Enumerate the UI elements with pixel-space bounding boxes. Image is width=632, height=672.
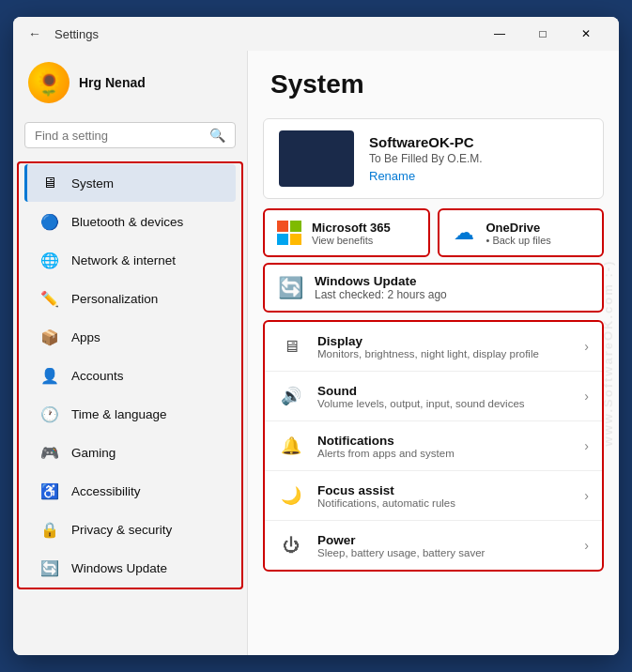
settings-window: ← Settings — □ ✕ 🌻 Hrg Nenad 🔍 � <box>13 17 619 655</box>
sidebar-item-privacy[interactable]: 🔒 Privacy & security <box>24 511 236 548</box>
sidebar-item-apps[interactable]: 📦 Apps <box>24 318 236 356</box>
display-icon: 🖥 <box>278 333 304 359</box>
sidebar-item-apps-label: Apps <box>71 330 100 344</box>
page-title: System <box>270 69 596 99</box>
avatar: 🌻 <box>28 62 69 103</box>
focus-icon: 🌙 <box>278 482 304 509</box>
rename-link[interactable]: Rename <box>369 169 588 183</box>
search-icon: 🔍 <box>209 128 225 143</box>
svg-rect-2 <box>277 234 288 245</box>
notifications-icon: 🔔 <box>278 433 304 459</box>
windows-update-icon: 🔄 <box>39 557 60 578</box>
sidebar-item-bluetooth[interactable]: 🔵 Bluetooth & devices <box>24 203 236 240</box>
onedrive-info: OneDrive • Back up files <box>486 221 551 246</box>
time-icon: 🕐 <box>39 404 60 424</box>
update-title: Windows Update <box>315 274 447 288</box>
sidebar-item-privacy-label: Privacy & security <box>71 523 172 537</box>
accounts-icon: 👤 <box>39 365 60 386</box>
onedrive-icon: ☁ <box>451 220 477 246</box>
power-desc: Sleep, battery usage, battery saver <box>317 547 571 558</box>
privacy-icon: 🔒 <box>39 519 60 540</box>
minimize-button[interactable]: — <box>478 19 521 49</box>
focus-desc: Notifications, automatic rules <box>317 497 571 509</box>
title-bar-controls: — □ ✕ <box>478 19 608 49</box>
sidebar-item-network[interactable]: 🌐 Network & internet <box>24 241 236 279</box>
focus-setting[interactable]: 🌙 Focus assist Notifications, automatic … <box>265 471 602 521</box>
search-box[interactable]: 🔍 <box>24 122 236 148</box>
sidebar-item-accessibility-label: Accessibility <box>71 484 141 498</box>
promo-cards-row: Microsoft 365 View benefits ☁ OneDrive •… <box>263 208 604 257</box>
sound-setting[interactable]: 🔊 Sound Volume levels, output, input, so… <box>265 372 602 421</box>
sound-title: Sound <box>317 384 571 398</box>
user-name: Hrg Nenad <box>79 75 146 90</box>
sidebar-item-system-label: System <box>71 176 114 191</box>
sidebar-item-accounts[interactable]: 👤 Accounts <box>24 357 236 394</box>
svg-rect-0 <box>277 221 288 232</box>
close-button[interactable]: ✕ <box>564 19 608 49</box>
computer-name: SoftwareOK-PC <box>369 134 588 150</box>
ms365-card[interactable]: Microsoft 365 View benefits <box>263 208 430 257</box>
windows-update-card[interactable]: 🔄 Windows Update Last checked: 2 hours a… <box>263 263 604 313</box>
title-bar: ← Settings — □ ✕ <box>13 17 619 51</box>
gaming-icon: 🎮 <box>39 442 60 463</box>
computer-screen-icon <box>279 130 354 187</box>
svg-rect-3 <box>290 234 301 245</box>
sound-desc: Volume levels, output, input, sound devi… <box>317 398 571 409</box>
update-sub: Last checked: 2 hours ago <box>315 288 447 301</box>
content-area: 🌻 Hrg Nenad 🔍 🖥 System 🔵 Bluetooth & dev… <box>13 51 619 655</box>
title-bar-left: ← Settings <box>24 23 99 45</box>
sidebar-item-gaming[interactable]: 🎮 Gaming <box>24 434 236 471</box>
computer-desc: To Be Filled By O.E.M. <box>369 152 588 165</box>
onedrive-card[interactable]: ☁ OneDrive • Back up files <box>438 208 605 257</box>
computer-info-card: SoftwareOK-PC To Be Filled By O.E.M. Ren… <box>263 118 604 199</box>
display-setting[interactable]: 🖥 Display Monitors, brightness, night li… <box>265 322 602 372</box>
personalization-icon: ✏️ <box>39 288 60 309</box>
display-desc: Monitors, brightness, night light, displ… <box>317 348 571 359</box>
power-chevron-icon: › <box>584 538 589 553</box>
onedrive-title: OneDrive <box>486 221 551 235</box>
network-icon: 🌐 <box>39 250 60 270</box>
sidebar-item-network-label: Network & internet <box>71 253 176 267</box>
display-text: Display Monitors, brightness, night ligh… <box>317 334 571 359</box>
sidebar-item-accessibility[interactable]: ♿ Accessibility <box>24 472 236 510</box>
update-info: Windows Update Last checked: 2 hours ago <box>315 274 447 301</box>
back-button[interactable]: ← <box>24 23 45 45</box>
sidebar-item-update-label: Windows Update <box>71 561 167 575</box>
focus-chevron-icon: › <box>584 488 589 503</box>
search-input[interactable] <box>35 129 202 143</box>
sidebar-item-system[interactable]: 🖥 System <box>24 164 236 202</box>
notifications-setting[interactable]: 🔔 Notifications Alerts from apps and sys… <box>265 421 602 471</box>
computer-info: SoftwareOK-PC To Be Filled By O.E.M. Ren… <box>369 134 588 183</box>
title-bar-title: Settings <box>54 27 99 41</box>
sidebar-item-time-label: Time & language <box>71 407 167 421</box>
notifications-text: Notifications Alerts from apps and syste… <box>317 434 571 459</box>
svg-rect-1 <box>290 221 301 232</box>
sidebar-item-windows-update[interactable]: 🔄 Windows Update <box>24 549 236 587</box>
maximize-button[interactable]: □ <box>521 19 564 49</box>
ms365-info: Microsoft 365 View benefits <box>312 221 391 246</box>
sidebar-item-bluetooth-label: Bluetooth & devices <box>71 215 183 229</box>
notifications-title: Notifications <box>317 434 571 448</box>
sidebar-item-personalization[interactable]: ✏️ Personalization <box>24 280 236 317</box>
sidebar-item-accounts-label: Accounts <box>71 369 124 383</box>
sidebar-item-time[interactable]: 🕐 Time & language <box>24 395 236 433</box>
display-chevron-icon: › <box>584 339 589 354</box>
onedrive-sub: • Back up files <box>486 235 551 246</box>
ms365-title: Microsoft 365 <box>312 221 391 235</box>
sidebar: 🌻 Hrg Nenad 🔍 🖥 System 🔵 Bluetooth & dev… <box>13 51 248 655</box>
power-icon: ⏻ <box>278 532 304 558</box>
settings-list: 🖥 Display Monitors, brightness, night li… <box>263 320 604 572</box>
system-icon: 🖥 <box>39 173 60 193</box>
power-setting[interactable]: ⏻ Power Sleep, battery usage, battery sa… <box>265 521 602 570</box>
display-title: Display <box>317 334 571 348</box>
focus-title: Focus assist <box>317 483 571 497</box>
focus-text: Focus assist Notifications, automatic ru… <box>317 483 571 509</box>
main-header: System <box>248 51 619 109</box>
main-content: System SoftwareOK-PC To Be Filled By O.E… <box>248 51 619 655</box>
ms365-sub: View benefits <box>312 235 391 246</box>
sound-text: Sound Volume levels, output, input, soun… <box>317 384 571 409</box>
notifications-chevron-icon: › <box>584 438 589 453</box>
sidebar-item-gaming-label: Gaming <box>71 446 116 460</box>
sidebar-nav-bordered: 🖥 System 🔵 Bluetooth & devices 🌐 Network… <box>17 161 243 589</box>
sound-icon: 🔊 <box>278 383 304 409</box>
